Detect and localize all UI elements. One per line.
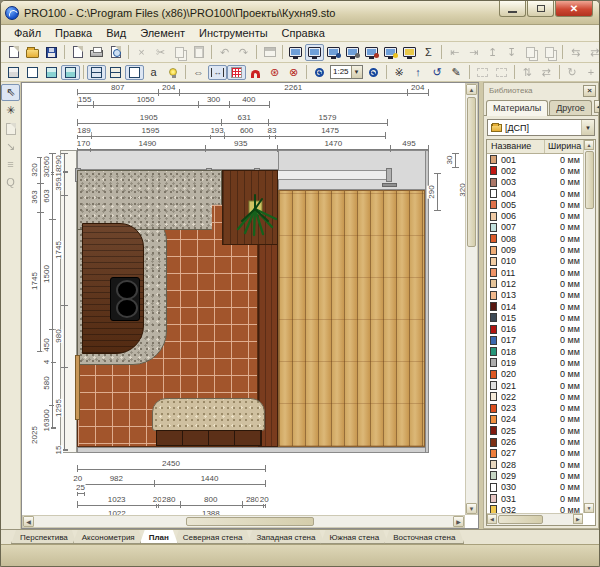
top-countertop[interactable]	[77, 170, 222, 230]
materials-vertical-scrollbar[interactable]: ▲ ▼	[583, 140, 595, 513]
show-grid-button[interactable]	[227, 65, 246, 80]
view-tab-5[interactable]: Западная стена	[247, 530, 324, 544]
material-row-019[interactable]: 0190 мм	[487, 357, 583, 368]
material-row-016[interactable]: 0160 мм	[487, 323, 583, 334]
view-tab-7[interactable]: Восточная стена	[384, 530, 464, 544]
material-row-003[interactable]: 0030 мм	[487, 177, 583, 188]
menu-item-1[interactable]: Файл	[7, 26, 48, 40]
material-category-combo[interactable]: [ДСП] ▼	[487, 119, 595, 136]
zoom-out-button[interactable]: −	[364, 65, 383, 80]
library-close-button[interactable]: ×	[583, 85, 596, 97]
snap-off-button[interactable]: ⊗	[284, 65, 303, 80]
cooktop[interactable]	[110, 277, 140, 321]
column-header-width[interactable]: Ширина	[545, 140, 583, 153]
new-document-button[interactable]	[4, 44, 23, 61]
materials-scroll-right[interactable]: ▶	[573, 514, 583, 524]
materials-scroll-left[interactable]: ◀	[487, 514, 497, 524]
menu-item-3[interactable]: Вид	[99, 26, 133, 40]
view-light-window-button[interactable]	[381, 44, 400, 61]
plant[interactable]	[232, 193, 278, 243]
door-leaf[interactable]	[75, 355, 80, 420]
view-tab-6[interactable]: Южная стена	[320, 530, 388, 544]
move-element-up-button[interactable]: ↑	[409, 65, 428, 80]
library-tab-materials[interactable]: Материалы	[486, 100, 548, 116]
print-preview-button[interactable]	[106, 44, 125, 61]
dimensions-tool-button[interactable]: ✳	[1, 102, 20, 119]
view-tab-4[interactable]: Северная стена	[174, 530, 252, 544]
materials-hscroll-thumb[interactable]	[498, 515, 543, 524]
view-tab-1[interactable]: Перспектива	[11, 530, 77, 544]
view-tab-2[interactable]: Аксонометрия	[73, 530, 144, 544]
material-row-017[interactable]: 0170 мм	[487, 335, 583, 346]
material-row-027[interactable]: 0270 мм	[487, 448, 583, 459]
materials-horizontal-scrollbar[interactable]: ◀ ▶	[487, 513, 583, 525]
material-row-011[interactable]: 0110 мм	[487, 267, 583, 278]
menu-item-5[interactable]: Инструменты	[192, 26, 275, 40]
south-wall[interactable]	[77, 447, 428, 453]
snap-magnet-button[interactable]	[246, 65, 265, 80]
material-row-007[interactable]: 0070 мм	[487, 222, 583, 233]
material-row-020[interactable]: 0200 мм	[487, 369, 583, 380]
plank-floor[interactable]	[278, 190, 425, 447]
zoom-scale-select[interactable]: 1:25▼	[330, 65, 363, 79]
show-edges-button[interactable]	[106, 65, 125, 80]
material-row-024[interactable]: 0240 мм	[487, 414, 583, 425]
view-zoom-window-button[interactable]	[324, 44, 343, 61]
material-row-002[interactable]: 0020 мм	[487, 165, 583, 176]
column-header-name[interactable]: Название	[487, 140, 545, 153]
material-row-001[interactable]: 0010 мм	[487, 154, 583, 165]
scroll-right-arrow[interactable]: ▶	[453, 516, 464, 527]
material-row-025[interactable]: 0250 мм	[487, 425, 583, 436]
material-row-012[interactable]: 0120 мм	[487, 278, 583, 289]
material-row-031[interactable]: 0310 мм	[487, 493, 583, 504]
vertical-scroll-thumb[interactable]	[467, 97, 476, 247]
view-projection-button[interactable]	[305, 44, 324, 61]
materials-scroll-up[interactable]: ▲	[584, 140, 594, 150]
view-dimensions-window-button[interactable]	[362, 44, 381, 61]
material-row-029[interactable]: 0290 мм	[487, 470, 583, 481]
view-textures-button[interactable]	[61, 65, 80, 80]
horizontal-scroll-thumb[interactable]	[186, 517, 314, 526]
minimize-button[interactable]	[499, 1, 526, 17]
edit-shape-button[interactable]: ✎	[447, 65, 466, 80]
material-row-004[interactable]: 0040 мм	[487, 188, 583, 199]
scroll-up-arrow[interactable]: ▲	[466, 84, 477, 95]
material-row-030[interactable]: 0300 мм	[487, 482, 583, 493]
show-contours-button[interactable]	[87, 65, 106, 80]
page-setup-button[interactable]	[68, 44, 87, 61]
library-tab-other[interactable]: Другое	[549, 100, 592, 115]
show-report-button[interactable]	[286, 44, 305, 61]
material-row-018[interactable]: 0180 мм	[487, 346, 583, 357]
menu-item-4[interactable]: Элемент	[133, 26, 192, 40]
material-row-005[interactable]: 0050 мм	[487, 199, 583, 210]
show-axes-button[interactable]: ⇔	[189, 65, 208, 80]
render-quality-button[interactable]: ※	[390, 65, 409, 80]
menu-item-2[interactable]: Правка	[48, 26, 99, 40]
bench-base[interactable]	[156, 430, 262, 446]
materials-scroll-thumb[interactable]	[585, 151, 594, 209]
material-row-023[interactable]: 0230 мм	[487, 403, 583, 414]
scroll-down-arrow[interactable]: ▼	[466, 503, 477, 514]
price-list-button[interactable]: Σ	[419, 44, 438, 61]
snap-rotate-button[interactable]: ⊛	[265, 65, 284, 80]
material-row-022[interactable]: 0220 мм	[487, 391, 583, 402]
material-row-026[interactable]: 0260 мм	[487, 436, 583, 447]
material-row-032[interactable]: 0320 мм	[487, 504, 583, 513]
material-row-028[interactable]: 0280 мм	[487, 459, 583, 470]
material-row-010[interactable]: 0100 мм	[487, 256, 583, 267]
title-bar[interactable]: PRO100 - C:\Program Files (x86)\PRO100\П…	[1, 1, 599, 25]
lighting-button[interactable]	[163, 65, 182, 80]
view-pan-window-button[interactable]	[343, 44, 362, 61]
rotate-element-left-button[interactable]: ↺	[428, 65, 447, 80]
maximize-button[interactable]	[527, 1, 554, 17]
material-row-006[interactable]: 0060 мм	[487, 210, 583, 221]
material-row-015[interactable]: 0150 мм	[487, 312, 583, 323]
bench-cushion[interactable]	[152, 398, 265, 431]
tab-scroll-left-icon[interactable]: ◀	[594, 100, 600, 113]
material-row-008[interactable]: 0080 мм	[487, 233, 583, 244]
view-hidden-lines-button[interactable]	[23, 65, 42, 80]
show-names-button[interactable]: a	[144, 65, 163, 80]
scroll-left-arrow[interactable]: ◀	[23, 516, 34, 527]
material-row-021[interactable]: 0210 мм	[487, 380, 583, 391]
floor-plan-view[interactable]: 8072042261204155105030040019056311579189…	[22, 83, 465, 515]
